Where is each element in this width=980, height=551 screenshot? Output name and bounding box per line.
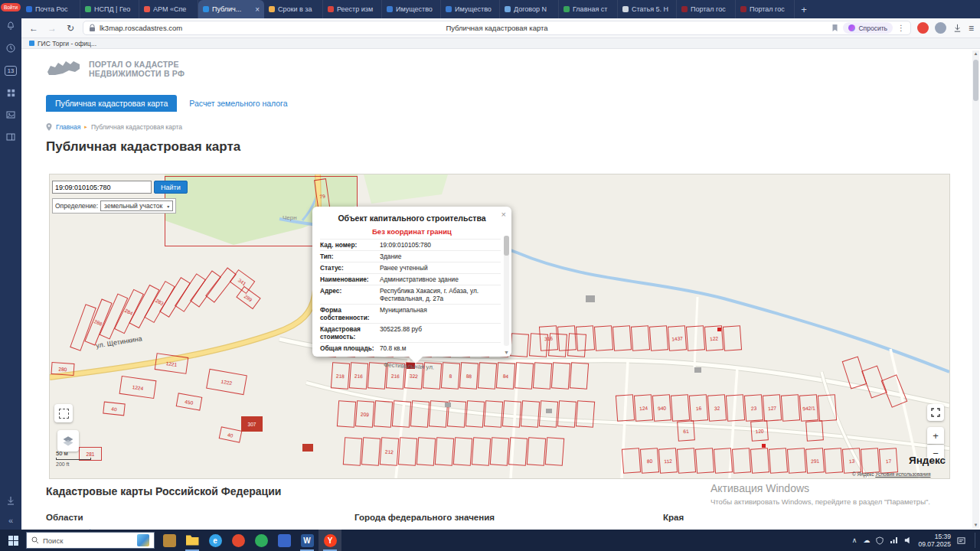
collections-image-icon[interactable] — [3, 107, 18, 122]
cadastral-parcel[interactable]: 218 — [331, 362, 350, 390]
cadastral-parcel[interactable] — [570, 362, 589, 390]
cadastral-parcel[interactable] — [677, 448, 696, 474]
volume-icon[interactable] — [904, 536, 912, 544]
cadastral-parcel[interactable] — [723, 325, 742, 351]
cadastral-parcel[interactable] — [818, 394, 837, 422]
cadastral-parcel[interactable]: 8 — [441, 362, 460, 390]
browser-tab[interactable]: Имущество — [382, 0, 441, 18]
map-building[interactable] — [694, 367, 701, 373]
cadastral-parcel[interactable] — [416, 437, 436, 466]
start-button[interactable] — [0, 530, 26, 551]
cadastral-parcel[interactable]: 17 — [879, 448, 898, 474]
cadastral-parcel[interactable]: 88 — [459, 362, 479, 390]
cadastral-parcel[interactable]: 13 — [842, 448, 861, 474]
tab-close-icon[interactable]: × — [255, 5, 260, 14]
cadastral-parcel[interactable] — [466, 400, 485, 428]
side-panels-icon[interactable] — [3, 129, 18, 145]
cadastral-parcel[interactable] — [732, 448, 751, 474]
tab-public-cadastral-map[interactable]: Публичная кадастровая карта — [46, 95, 177, 112]
popup-scroll-down-icon[interactable]: ▼ — [504, 350, 509, 355]
taskbar-app-green[interactable] — [250, 530, 273, 551]
browser-tab[interactable]: Главная ст — [559, 0, 618, 18]
scroll-down-icon[interactable]: ▼ — [972, 523, 979, 527]
map-canvas[interactable]: 2182162163228888420921231614371221249401… — [50, 174, 949, 478]
cadastral-parcel[interactable] — [472, 437, 491, 466]
scroll-up-icon[interactable]: ▲ — [972, 51, 979, 56]
cadastral-parcel[interactable]: 16 — [689, 394, 708, 422]
cadastral-parcel[interactable] — [695, 448, 714, 474]
sidebar-collapse-icon[interactable]: « — [8, 516, 13, 525]
news-widget-icon[interactable] — [137, 534, 149, 546]
browser-menu-icon[interactable]: ≡ — [969, 23, 974, 34]
bookmark-flag-icon[interactable] — [831, 24, 838, 32]
network-icon[interactable] — [890, 536, 898, 544]
browser-tab[interactable]: НСПД | Гео — [80, 0, 139, 18]
map-building[interactable] — [546, 409, 552, 413]
cadastral-parcel[interactable] — [410, 400, 430, 428]
cadastral-parcel[interactable]: 1437 — [668, 325, 687, 351]
cadastral-parcel[interactable] — [616, 394, 635, 422]
page-scrollbar[interactable]: ▲ ▼ — [972, 51, 979, 528]
cadastral-parcel[interactable] — [576, 400, 595, 428]
browser-tab[interactable]: Публич...× — [198, 0, 264, 18]
cadastral-parcel[interactable] — [398, 437, 417, 466]
page-scrollbar-thumb[interactable] — [973, 60, 978, 101]
cadastral-parcel[interactable] — [478, 362, 497, 390]
taskbar-app-gov[interactable] — [158, 530, 181, 551]
browser-tab[interactable]: Почта Рос — [21, 0, 80, 18]
address-bar[interactable]: lk3map.roscadastres.com Публичная кадаст… — [83, 21, 911, 35]
taskbar-app-edge[interactable]: e — [204, 530, 227, 551]
cadastral-parcel[interactable]: 940 — [652, 394, 671, 422]
cadastral-parcel[interactable] — [539, 400, 558, 428]
browser-tab[interactable]: Договор N — [500, 0, 559, 18]
cadastral-parcel[interactable] — [337, 400, 356, 428]
refresh-button[interactable]: ↻ — [64, 23, 77, 34]
shield-icon[interactable] — [876, 536, 884, 545]
cadastral-parcel[interactable] — [714, 448, 733, 474]
cadastral-parcel[interactable]: 212 — [380, 437, 399, 466]
cadastral-parcel[interactable] — [545, 437, 564, 466]
cadastral-parcel[interactable] — [361, 437, 381, 466]
notifications-bell-icon[interactable] — [3, 18, 18, 34]
forward-button[interactable]: → — [46, 23, 58, 34]
map-building[interactable] — [717, 328, 721, 331]
cadastral-parcel[interactable] — [631, 325, 650, 351]
browser-tab[interactable]: АРМ «Спе — [139, 0, 198, 18]
cadastral-parcel[interactable]: 23 — [744, 394, 763, 422]
cadastral-parcel[interactable] — [824, 448, 843, 474]
cadastral-parcel[interactable]: 209 — [355, 400, 374, 428]
taskbar-app-word[interactable]: W — [296, 530, 318, 551]
cadastral-parcel[interactable] — [612, 325, 632, 351]
cadastral-parcel[interactable]: 80 — [640, 448, 659, 474]
cadastral-parcel[interactable] — [533, 362, 552, 390]
cadastral-parcel[interactable] — [508, 437, 528, 466]
zoom-in-button[interactable]: + — [927, 427, 944, 444]
popup-scrollbar-thumb[interactable] — [504, 236, 509, 256]
cadastral-parcel[interactable]: 61 — [677, 420, 695, 441]
taskbar-app-explorer[interactable] — [181, 530, 204, 551]
cadastral-parcel[interactable]: 291 — [805, 448, 825, 474]
cadastral-parcel[interactable] — [490, 437, 509, 466]
cadastral-parcel[interactable]: 124 — [634, 394, 653, 422]
cadastral-parcel[interactable] — [514, 362, 534, 390]
cadastral-parcel[interactable] — [769, 448, 788, 474]
measure-tool-button[interactable] — [54, 404, 73, 422]
cadastral-parcel[interactable] — [392, 400, 411, 428]
apps-grid-icon[interactable] — [3, 85, 18, 100]
map-building[interactable] — [302, 444, 313, 452]
popup-scrollbar[interactable] — [504, 236, 509, 346]
breadcrumb-home[interactable]: Главная — [56, 123, 80, 131]
cadastral-parcel[interactable] — [594, 325, 613, 351]
cadastral-parcel[interactable] — [787, 448, 806, 474]
ask-alice-button[interactable]: Спросить — [843, 22, 893, 34]
cadastral-parcel[interactable]: 84 — [496, 362, 515, 390]
browser-tab[interactable]: Портал гос — [736, 0, 795, 18]
cadastral-parcel[interactable] — [423, 362, 442, 390]
cadastral-parcel[interactable] — [622, 448, 641, 474]
cadastral-parcel[interactable]: 942/1 — [799, 394, 818, 422]
map-building[interactable] — [407, 363, 415, 369]
cadastral-parcel[interactable] — [805, 420, 824, 441]
taskbar-clock[interactable]: 15:39 09.07.2025 — [918, 533, 951, 548]
terms-link[interactable]: Условия использования — [875, 471, 930, 477]
browser-tab[interactable]: Реестр изм — [323, 0, 382, 18]
